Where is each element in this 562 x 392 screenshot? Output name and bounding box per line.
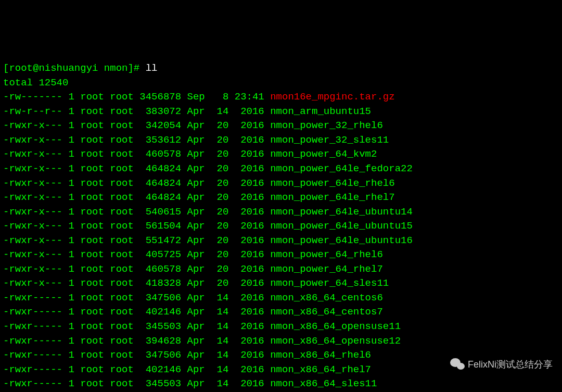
file-name: nmon_arm_ubuntu15 — [270, 106, 371, 117]
listing-row: -rwxr-x--- 1 root root 551472 Apr 20 201… — [3, 234, 559, 248]
file-name: nmon_power_64le_ubuntu14 — [270, 206, 413, 218]
listing-row: -rwxr----- 1 root root 347506 Apr 14 201… — [3, 291, 559, 306]
file-month: Apr — [187, 120, 205, 131]
file-month: Apr — [187, 349, 205, 361]
file-name: nmon_power_64le_rhel7 — [270, 192, 394, 203]
listing-row: -rwxr-x--- 1 root root 405725 Apr 20 201… — [3, 248, 559, 262]
file-group: root — [110, 321, 134, 332]
file-perms: -rwxr-x--- — [3, 178, 62, 189]
file-day: 14 — [211, 292, 228, 304]
file-group: root — [110, 120, 134, 131]
file-month: Apr — [187, 178, 205, 189]
file-links: 1 — [68, 178, 74, 189]
file-name: nmon_x86_64_rhel6 — [270, 349, 371, 361]
file-owner: root — [80, 192, 104, 203]
file-month: Apr — [187, 306, 205, 318]
file-owner: root — [80, 277, 104, 289]
file-perms: -rwxr----- — [3, 364, 62, 375]
file-month: Apr — [187, 163, 205, 174]
file-size: 464824 — [139, 192, 181, 203]
file-size: 347506 — [139, 349, 181, 361]
listing-row: -rwxr-x--- 1 root root 460578 Apr 20 201… — [3, 147, 559, 162]
file-day: 20 — [211, 134, 228, 146]
file-day: 20 — [211, 235, 228, 246]
file-group: root — [110, 277, 134, 289]
file-group: root — [110, 163, 134, 174]
listing-row: -rwxr----- 1 root root 394628 Apr 14 201… — [3, 334, 559, 349]
file-name: nmon_x86_64_sles11 — [270, 378, 377, 389]
file-day: 20 — [211, 206, 228, 218]
file-size: 402146 — [139, 364, 181, 375]
file-group: root — [110, 91, 134, 103]
file-perms: -rwxr----- — [3, 335, 62, 347]
prompt-line-1: [root@nishuangyi nmon]# ll — [3, 61, 559, 76]
file-owner: root — [80, 364, 104, 375]
file-perms: -rwxr-x--- — [3, 277, 62, 289]
file-day: 14 — [211, 306, 228, 318]
file-time: 2016 — [235, 335, 264, 347]
file-group: root — [110, 349, 134, 361]
file-day: 20 — [211, 178, 228, 189]
file-links: 1 — [68, 321, 74, 332]
file-perms: -rwxr-x--- — [3, 192, 62, 203]
file-owner: root — [80, 163, 104, 174]
file-perms: -rwxr-x--- — [3, 120, 62, 131]
prompt-hash: # — [134, 62, 146, 74]
file-links: 1 — [68, 306, 74, 318]
file-perms: -rwxr-x--- — [3, 163, 62, 174]
file-time: 2016 — [235, 235, 264, 246]
file-size: 353612 — [139, 134, 181, 146]
file-name: nmon_x86_64_opensuse11 — [270, 321, 401, 332]
file-name: nmon_x86_64_opensuse12 — [270, 335, 401, 347]
file-time: 2016 — [235, 277, 264, 289]
listing-row: -rwxr----- 1 root root 345503 Apr 14 201… — [3, 320, 559, 334]
file-day: 14 — [211, 378, 228, 389]
file-size: 561504 — [139, 220, 181, 232]
file-name: nmon_power_64_rhel6 — [270, 249, 383, 260]
file-name: nmon16e_mpginc.tar.gz — [270, 91, 394, 103]
file-owner: root — [80, 178, 104, 189]
file-size: 460578 — [139, 148, 181, 160]
file-links: 1 — [68, 364, 74, 375]
file-name: nmon_power_32_rhel6 — [270, 120, 383, 131]
file-time: 2016 — [235, 192, 264, 203]
file-owner: root — [80, 148, 104, 160]
file-links: 1 — [68, 206, 74, 218]
file-name: nmon_power_64le_rhel6 — [270, 178, 394, 189]
file-size: 342054 — [139, 120, 181, 131]
file-owner: root — [80, 220, 104, 232]
file-owner: root — [80, 335, 104, 347]
listing-row: -rwxr-x--- 1 root root 464824 Apr 20 201… — [3, 162, 559, 176]
file-time: 2016 — [235, 364, 264, 375]
file-owner: root — [80, 306, 104, 318]
file-month: Apr — [187, 206, 205, 218]
file-perms: -rw------- — [3, 91, 62, 103]
file-group: root — [110, 106, 134, 117]
file-size: 464824 — [139, 178, 181, 189]
file-month: Apr — [187, 192, 205, 203]
file-links: 1 — [68, 106, 74, 117]
file-owner: root — [80, 378, 104, 389]
file-name: nmon_power_32_sles11 — [270, 134, 389, 146]
file-group: root — [110, 263, 134, 275]
file-day: 14 — [211, 349, 228, 361]
listing-row: -rwxr-x--- 1 root root 464824 Apr 20 201… — [3, 191, 559, 205]
file-owner: root — [80, 106, 104, 117]
file-size: 402146 — [139, 306, 181, 318]
file-name: nmon_power_64_sles11 — [270, 277, 389, 289]
file-perms: -rwxr----- — [3, 321, 62, 332]
terminal-output[interactable]: [root@nishuangyi nmon]# lltotal 12540-rw… — [3, 61, 559, 392]
file-month: Apr — [187, 292, 205, 304]
file-name: nmon_power_64_rhel7 — [270, 263, 383, 275]
file-time: 2016 — [235, 321, 264, 332]
file-owner: root — [80, 134, 104, 146]
file-time: 2016 — [235, 178, 264, 189]
file-time: 23:41 — [235, 91, 264, 103]
file-perms: -rwxr-x--- — [3, 263, 62, 275]
file-name: nmon_power_64_kvm2 — [270, 148, 377, 160]
file-day: 14 — [211, 335, 228, 347]
file-size: 540615 — [139, 206, 181, 218]
file-group: root — [110, 335, 134, 347]
file-group: root — [110, 206, 134, 218]
file-day: 20 — [211, 120, 228, 131]
